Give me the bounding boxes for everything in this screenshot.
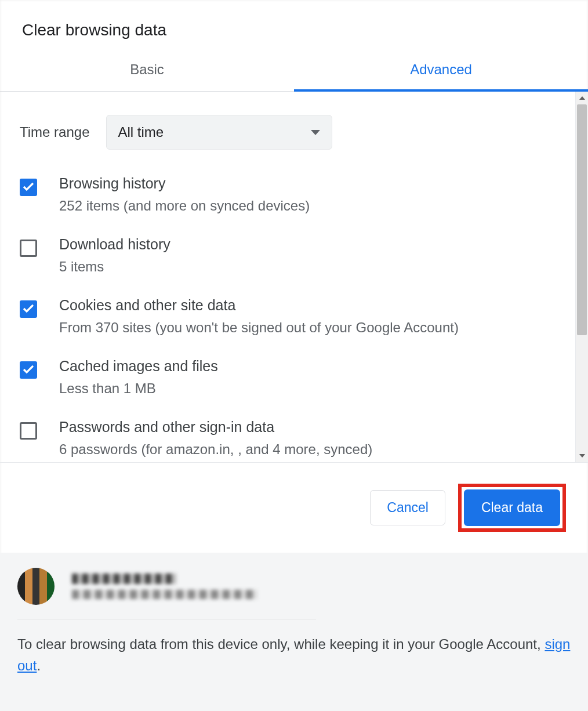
time-range-label: Time range <box>20 124 90 140</box>
dialog-title: Clear browsing data <box>0 0 588 51</box>
tab-basic[interactable]: Basic <box>0 51 294 91</box>
avatar <box>17 568 55 605</box>
item-title: Cookies and other site data <box>59 297 459 314</box>
checkbox-cached-images[interactable] <box>20 361 37 379</box>
list-item: Cached images and files Less than 1 MB <box>20 358 556 397</box>
item-text: Browsing history 252 items (and more on … <box>59 175 310 214</box>
item-text: Cached images and files Less than 1 MB <box>59 358 218 397</box>
time-range-value: All time <box>118 124 164 140</box>
scroll-down-icon[interactable] <box>576 449 589 462</box>
clear-data-button[interactable]: Clear data <box>464 489 560 526</box>
scroll-up-icon[interactable] <box>576 92 589 104</box>
footer: To clear browsing data from this device … <box>0 553 588 711</box>
chevron-down-icon <box>311 130 320 135</box>
account-row <box>17 568 316 619</box>
clear-data-highlight: Clear data <box>458 484 566 532</box>
svg-marker-0 <box>579 96 585 100</box>
list-item: Cookies and other site data From 370 sit… <box>20 297 556 336</box>
item-title: Passwords and other sign-in data <box>59 419 372 436</box>
item-text: Download history 5 items <box>59 236 170 275</box>
list-item: Download history 5 items <box>20 236 556 275</box>
tab-advanced[interactable]: Advanced <box>294 51 588 92</box>
checkbox-cookies[interactable] <box>20 300 37 318</box>
item-title: Browsing history <box>59 175 310 192</box>
scroll-track[interactable] <box>576 104 588 449</box>
content-area: Time range All time Browsing history 252… <box>0 92 575 462</box>
item-subtitle: 6 passwords (for amazon.in, , and 4 more… <box>59 441 372 458</box>
item-subtitle: 5 items <box>59 259 170 275</box>
cancel-button[interactable]: Cancel <box>370 490 445 525</box>
account-text-redacted <box>72 574 257 599</box>
item-subtitle: Less than 1 MB <box>59 380 218 397</box>
item-title: Download history <box>59 236 170 253</box>
dialog-body: Time range All time Browsing history 252… <box>0 92 588 462</box>
checkbox-passwords[interactable] <box>20 422 37 440</box>
time-range-select[interactable]: All time <box>106 115 332 150</box>
checkbox-download-history[interactable] <box>20 240 37 257</box>
footer-note-pre: To clear browsing data from this device … <box>17 636 545 652</box>
tabs: Basic Advanced <box>0 51 588 92</box>
list-item: Passwords and other sign-in data 6 passw… <box>20 419 556 458</box>
footer-note-post: . <box>37 658 41 673</box>
footer-note: To clear browsing data from this device … <box>17 633 571 676</box>
list-item: Browsing history 252 items (and more on … <box>20 175 556 214</box>
clear-browsing-data-dialog: Clear browsing data Basic Advanced Time … <box>0 0 588 711</box>
item-subtitle: 252 items (and more on synced devices) <box>59 198 310 214</box>
action-bar: Cancel Clear data <box>0 462 588 553</box>
time-range-row: Time range All time <box>20 115 556 150</box>
scrollbar[interactable] <box>575 92 588 462</box>
scroll-thumb[interactable] <box>577 104 587 335</box>
svg-marker-1 <box>579 454 585 458</box>
item-title: Cached images and files <box>59 358 218 375</box>
item-subtitle: From 370 sites (you won't be signed out … <box>59 320 459 336</box>
item-text: Passwords and other sign-in data 6 passw… <box>59 419 372 458</box>
item-text: Cookies and other site data From 370 sit… <box>59 297 459 336</box>
checkbox-browsing-history[interactable] <box>20 179 37 196</box>
